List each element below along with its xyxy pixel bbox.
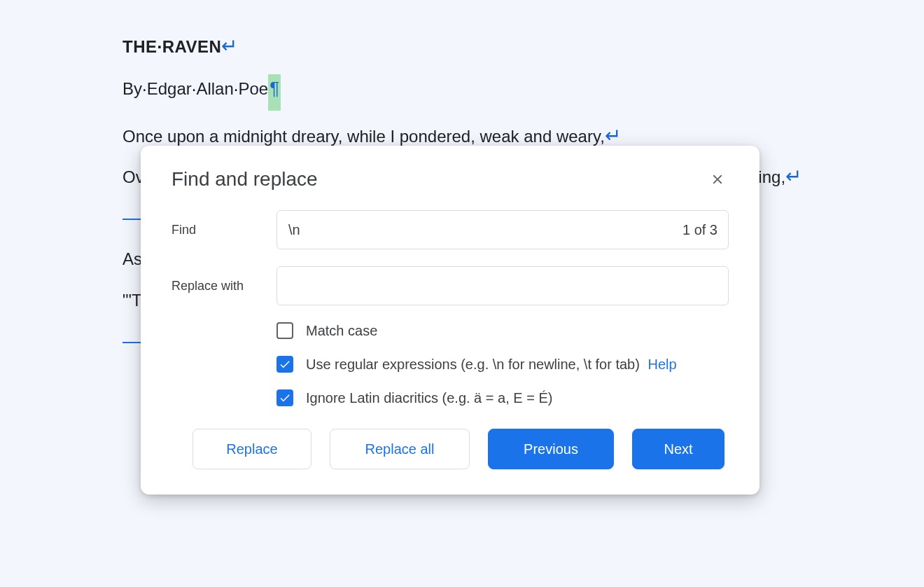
diacritics-label: Ignore Latin diacritics (e.g. ä = a, E =… <box>306 390 552 406</box>
newline-icon: ↵ <box>785 167 802 186</box>
find-input[interactable] <box>276 210 729 249</box>
diacritics-option: Ignore Latin diacritics (e.g. ä = a, E =… <box>276 389 729 406</box>
match-case-option: Match case <box>276 322 729 339</box>
options-group: Match case Use regular expressions (e.g.… <box>276 322 729 406</box>
newline-icon: ↵ <box>605 126 621 146</box>
regex-label: Use regular expressions (e.g. \n for new… <box>306 357 677 373</box>
replace-row: Replace with <box>172 266 729 305</box>
search-highlight: ¶ <box>268 74 281 111</box>
document-title: THE·RAVEN↵ <box>122 34 830 60</box>
close-button[interactable] <box>706 168 729 191</box>
replace-button[interactable]: Replace <box>192 429 312 469</box>
newline-icon: ↵ <box>221 36 238 56</box>
regex-checkbox[interactable] <box>276 356 293 373</box>
match-case-label: Match case <box>306 323 377 339</box>
regex-help-link[interactable]: Help <box>648 357 676 372</box>
match-case-checkbox[interactable] <box>276 322 293 339</box>
author-line: By·Edgar·Allan·Poe¶ <box>122 74 830 104</box>
dialog-title: Find and replace <box>172 168 318 191</box>
previous-button[interactable]: Previous <box>488 429 614 469</box>
next-button[interactable]: Next <box>632 429 724 469</box>
check-icon <box>279 392 291 404</box>
find-input-wrap: 1 of 3 <box>276 210 729 249</box>
diacritics-checkbox[interactable] <box>276 389 293 406</box>
find-row: Find 1 of 3 <box>172 210 729 249</box>
replace-input[interactable] <box>276 266 729 305</box>
author-word-4: Poe <box>238 79 268 98</box>
close-icon <box>710 172 725 187</box>
dialog-header: Find and replace <box>172 168 729 191</box>
author-word-2: Edgar <box>147 79 192 98</box>
replace-input-wrap <box>276 266 729 305</box>
regex-option: Use regular expressions (e.g. \n for new… <box>276 356 729 373</box>
line-text: Once upon a midnight dreary, while I pon… <box>122 127 605 146</box>
check-icon <box>279 358 291 371</box>
dialog-button-row: Replace Replace all Previous Next <box>172 429 729 469</box>
find-replace-dialog: Find and replace Find 1 of 3 Replace wit… <box>141 146 760 495</box>
author-word-3: Allan <box>196 79 233 98</box>
author-word-1: By <box>122 79 142 98</box>
find-label: Find <box>172 223 276 237</box>
line-fragment: As <box>122 249 142 268</box>
find-result-count: 1 of 3 <box>682 210 718 249</box>
regex-label-text: Use regular expressions (e.g. \n for new… <box>306 357 640 372</box>
replace-all-button[interactable]: Replace all <box>330 429 470 469</box>
title-word-2: RAVEN <box>162 37 222 56</box>
line-fragment: "'T <box>122 291 142 310</box>
title-word-1: THE <box>122 37 158 56</box>
pilcrow-icon: ¶ <box>270 74 279 104</box>
replace-label: Replace with <box>172 279 276 294</box>
